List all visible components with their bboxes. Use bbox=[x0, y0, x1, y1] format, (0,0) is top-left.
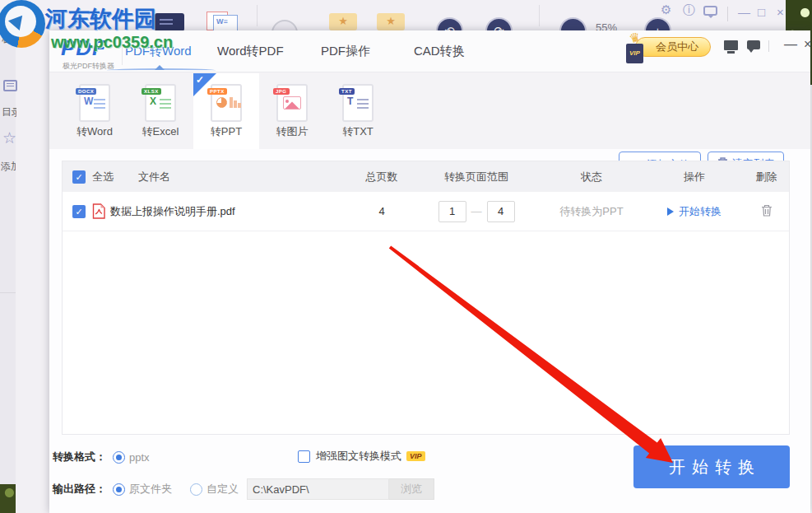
doc-lines bbox=[357, 99, 369, 100]
monitor-icon[interactable] bbox=[724, 40, 738, 50]
start-convert-button[interactable]: 开始转换 bbox=[633, 445, 790, 488]
table-row: ✓ 数据上报操作说明手册.pdf 4 — 待转换为PPT 开始转换 bbox=[63, 192, 789, 231]
pptx-badge: PPTX bbox=[207, 88, 227, 95]
header-action: 操作 bbox=[645, 170, 744, 184]
bar-chart-glyph bbox=[230, 97, 233, 108]
enhance-checkbox[interactable] bbox=[298, 450, 310, 463]
background-app-canvas bbox=[16, 30, 49, 513]
output-original-label: 原文件夹 bbox=[129, 482, 172, 497]
range-from-input[interactable] bbox=[438, 201, 466, 222]
sidebar-item-catalog[interactable]: 目录 bbox=[2, 105, 16, 119]
letter-t: T bbox=[347, 96, 353, 107]
enhance-mode-group: 增强图文转换模式 VIP bbox=[298, 449, 425, 464]
row-convert-label: 开始转换 bbox=[679, 205, 722, 217]
tab-cad-convert[interactable]: CAD转换 bbox=[414, 44, 465, 59]
play-icon bbox=[667, 208, 674, 216]
tab-pdf-operate[interactable]: PDF操作 bbox=[321, 44, 370, 59]
letter-w: W bbox=[84, 96, 93, 107]
sidebar-divider bbox=[0, 292, 16, 293]
image-file-icon: JPG bbox=[276, 84, 308, 122]
app-logo: PDF bbox=[61, 35, 106, 61]
filetab-to-ppt[interactable]: ✓ PPTX 转PPT bbox=[193, 73, 259, 149]
minimize-button[interactable]: — bbox=[784, 37, 797, 52]
toolbar-divider bbox=[257, 5, 258, 26]
filetab-to-word[interactable]: DOCX W 转Word bbox=[62, 73, 128, 149]
bookmark-star-icon[interactable]: ☆ bbox=[2, 130, 16, 147]
vip-member-label: 会员中心 bbox=[656, 40, 698, 53]
doc-lines bbox=[94, 99, 105, 100]
pie-chart-glyph bbox=[216, 97, 227, 108]
active-tab-bump bbox=[155, 65, 165, 70]
filetab-label: 转TXT bbox=[325, 124, 391, 139]
message-icon[interactable] bbox=[747, 40, 760, 49]
row-checkbox[interactable]: ✓ bbox=[72, 205, 86, 218]
jpg-badge: JPG bbox=[273, 88, 290, 95]
output-custom-label: 自定义 bbox=[206, 482, 239, 497]
favorite-icon[interactable]: ★ bbox=[329, 13, 357, 30]
output-path-input[interactable] bbox=[247, 478, 389, 500]
output-original-radio[interactable] bbox=[113, 483, 125, 496]
header-pages: 总页数 bbox=[349, 170, 415, 184]
filetab-label: 转Excel bbox=[128, 124, 193, 139]
docx-badge: DOCX bbox=[76, 88, 96, 95]
picture-glyph bbox=[283, 96, 301, 110]
divider bbox=[122, 39, 123, 65]
divider bbox=[768, 40, 769, 52]
select-all-label: 全选 bbox=[92, 170, 114, 184]
row-delete-button[interactable] bbox=[744, 204, 789, 219]
txt-file-icon: TXT T bbox=[342, 84, 374, 122]
info-icon[interactable]: ⓘ bbox=[683, 2, 695, 17]
output-row: 输出路径： 原文件夹 自定义 浏览 bbox=[53, 478, 434, 500]
word-doc-icon[interactable]: W≡ bbox=[213, 15, 238, 32]
header-filename: 文件名 bbox=[138, 170, 170, 184]
background-app-sidebar bbox=[0, 30, 16, 484]
browse-button[interactable]: 浏览 bbox=[389, 478, 434, 500]
panel-icon[interactable] bbox=[155, 13, 184, 31]
filetype-tab-strip: DOCX W 转Word XLSX X 转Excel ✓ PPTX 转P bbox=[49, 72, 810, 149]
filetab-label: 转图片 bbox=[259, 124, 325, 139]
range-to-input[interactable] bbox=[487, 201, 515, 222]
tab-pdf-to-word[interactable]: PDF转Word bbox=[125, 44, 192, 59]
favorite-icon-2[interactable]: ★ bbox=[377, 13, 405, 30]
filetab-label: 转PPT bbox=[193, 124, 259, 139]
format-row: 转换格式： pptx bbox=[53, 447, 168, 467]
output-custom-radio[interactable] bbox=[190, 483, 202, 496]
bg-close-button[interactable]: × bbox=[777, 5, 784, 20]
titlebar: PDF 极光PDF转换器 PDF转Word Word转PDF PDF操作 CAD… bbox=[49, 30, 810, 72]
select-all-checkbox[interactable]: ✓ bbox=[72, 170, 86, 184]
row-convert-link[interactable]: 开始转换 bbox=[645, 204, 744, 219]
catalog-icon[interactable] bbox=[3, 80, 17, 91]
header-delete: 删除 bbox=[744, 170, 789, 184]
close-button[interactable]: × bbox=[804, 37, 811, 52]
filetab-to-image[interactable]: JPG 转图片 bbox=[259, 73, 325, 149]
word-file-icon: DOCX W bbox=[79, 84, 110, 122]
desktop-photo-bottom-left bbox=[0, 484, 16, 513]
letter-x: X bbox=[150, 96, 156, 107]
pdf-file-icon bbox=[92, 203, 105, 219]
tab-word-to-pdf[interactable]: Word转PDF bbox=[217, 44, 284, 59]
doc-lines bbox=[160, 99, 171, 100]
bg-maximize-button[interactable]: □ bbox=[758, 5, 765, 20]
toolbar-divider bbox=[727, 7, 728, 21]
pdf-converter-window: PDF 极光PDF转换器 PDF转Word Word转PDF PDF操作 CAD… bbox=[49, 30, 810, 513]
background-app-name: 极光 bbox=[2, 32, 16, 46]
check-icon: ✓ bbox=[196, 74, 204, 86]
header-range: 转换页面范围 bbox=[415, 170, 538, 184]
vip-badge-small: VIP bbox=[406, 451, 425, 461]
sidebar-item-add[interactable]: 添加 bbox=[1, 160, 16, 174]
feedback-icon[interactable] bbox=[703, 6, 717, 16]
format-label: 转换格式： bbox=[53, 450, 106, 464]
bg-minimize-button[interactable]: — bbox=[738, 5, 750, 20]
format-pptx-radio[interactable] bbox=[113, 451, 125, 464]
trash-icon bbox=[761, 204, 773, 217]
row-status: 待转换为PPT bbox=[538, 204, 645, 219]
settings-gear-icon[interactable]: ⚙ bbox=[661, 2, 671, 17]
vip-member-button[interactable]: ♛ VIP 会员中心 bbox=[635, 37, 711, 57]
row-filename: 数据上报操作说明手册.pdf bbox=[110, 204, 235, 219]
filetab-to-txt[interactable]: TXT T 转TXT bbox=[325, 73, 391, 149]
output-label: 输出路径： bbox=[53, 482, 106, 497]
filetab-label: 转Word bbox=[62, 124, 128, 139]
filetab-to-excel[interactable]: XLSX X 转Excel bbox=[128, 73, 193, 149]
ppt-file-icon: PPTX bbox=[211, 84, 242, 122]
toolbar-divider bbox=[539, 5, 540, 26]
